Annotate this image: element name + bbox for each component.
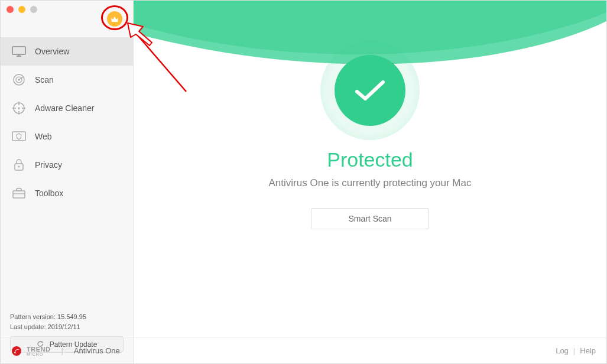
status-circle [335, 55, 405, 126]
sidebar-item-privacy[interactable]: Privacy [1, 151, 133, 179]
svg-rect-2 [12, 47, 25, 54]
svg-point-16 [18, 166, 20, 168]
footer-divider: | [573, 346, 575, 355]
sidebar-item-scan[interactable]: Scan [1, 66, 133, 94]
lock-icon [11, 159, 27, 171]
monitor-icon [11, 46, 27, 57]
svg-rect-17 [13, 191, 25, 198]
close-window-button[interactable] [7, 6, 14, 13]
app-window: Overview Scan Adware Cleaner [0, 0, 607, 364]
shield-icon [11, 131, 27, 142]
radar-icon [11, 74, 27, 86]
footer: TRENDMICRO | Antivirus One Log | Help [1, 337, 606, 363]
status-title: Protected [327, 148, 413, 171]
sidebar: Overview Scan Adware Cleaner [1, 1, 134, 363]
svg-rect-18 [17, 188, 21, 191]
crown-svg [111, 16, 119, 22]
sidebar-item-overview[interactable]: Overview [1, 37, 133, 66]
maximize-window-button[interactable] [30, 6, 37, 13]
sidebar-item-label: Overview [35, 47, 69, 56]
footer-right: Log | Help [556, 346, 596, 355]
sidebar-item-label: Adware Cleaner [35, 103, 94, 113]
svg-point-7 [18, 79, 20, 81]
minimize-window-button[interactable] [18, 6, 25, 13]
checkmark-icon [353, 77, 387, 103]
smart-scan-label: Smart Scan [348, 214, 391, 223]
log-link[interactable]: Log [556, 346, 569, 355]
premium-badge-wrap [107, 11, 122, 27]
content: Overview Scan Adware Cleaner [1, 1, 606, 363]
brand-text: TRENDMICRO [27, 346, 50, 356]
nav-list: Overview Scan Adware Cleaner [1, 37, 133, 207]
svg-point-13 [18, 108, 20, 109]
sidebar-item-adware-cleaner[interactable]: Adware Cleaner [1, 94, 133, 122]
sidebar-item-label: Web [35, 132, 52, 141]
toolbox-icon [11, 187, 27, 199]
trend-micro-logo-icon [11, 346, 22, 356]
brand-separator: | [61, 346, 63, 355]
product-name: Antivirus One [74, 346, 120, 355]
target-icon [11, 102, 27, 114]
last-update-text: Last update: 2019/12/11 [10, 322, 124, 332]
svg-point-21 [12, 346, 21, 356]
titlebar [1, 1, 606, 18]
crown-icon[interactable] [107, 11, 122, 27]
sidebar-item-toolbox[interactable]: Toolbox [1, 179, 133, 207]
help-link[interactable]: Help [580, 346, 596, 355]
sidebar-item-web[interactable]: Web [1, 122, 133, 151]
status-subtitle: Antivirus One is currently protecting yo… [269, 177, 472, 189]
sidebar-item-label: Privacy [35, 160, 62, 170]
status-indicator [320, 41, 420, 140]
footer-brand: TRENDMICRO | Antivirus One [11, 346, 120, 356]
smart-scan-button[interactable]: Smart Scan [311, 208, 429, 229]
sidebar-item-label: Scan [35, 75, 54, 84]
pattern-version-text: Pattern version: 15.549.95 [10, 312, 124, 322]
sidebar-item-label: Toolbox [35, 188, 63, 198]
main-panel: Protected Antivirus One is currently pro… [134, 1, 606, 363]
